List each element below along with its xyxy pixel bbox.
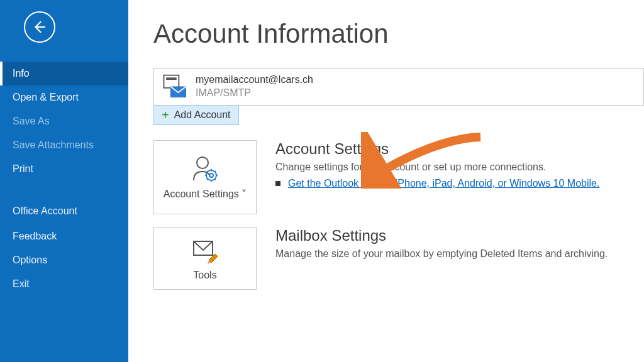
svg-rect-2	[166, 77, 177, 80]
add-account-label: Add Account	[174, 109, 231, 121]
account-settings-description: Change settings for this account or set …	[275, 162, 599, 173]
sidebar-item-save-as[interactable]: Save As	[0, 109, 128, 133]
get-outlook-app-link[interactable]: Get the Outlook app for iPhone, iPad, An…	[288, 178, 599, 189]
svg-line-12	[214, 178, 216, 180]
tools-button[interactable]: Tools	[153, 227, 257, 290]
sidebar-item-info[interactable]: Info	[0, 62, 128, 85]
sidebar-menu: Info Open & Export Save As Save Attachme…	[0, 62, 128, 296]
account-settings-section: Account Settings ˅ Account Settings Chan…	[153, 140, 644, 214]
person-gear-icon	[190, 154, 220, 184]
svg-point-4	[197, 157, 208, 168]
tools-button-label: Tools	[193, 269, 216, 282]
svg-line-11	[207, 171, 208, 172]
svg-line-14	[214, 171, 216, 172]
account-settings-heading: Account Settings	[275, 140, 599, 158]
svg-line-13	[207, 178, 208, 180]
sidebar-item-save-attachments[interactable]: Save Attachments	[0, 133, 128, 157]
bullet-icon	[275, 181, 280, 186]
account-dropdown[interactable]: myemailaccount@lcars.ch IMAP/SMTP	[153, 68, 644, 106]
sidebar-item-office-account[interactable]: Office Account	[0, 199, 128, 224]
page-title: Account Information	[153, 19, 644, 49]
back-button[interactable]	[24, 11, 55, 43]
arrow-left-icon	[31, 19, 48, 35]
account-email: myemailaccount@lcars.ch	[196, 74, 313, 87]
add-account-button[interactable]: + Add Account	[153, 105, 239, 125]
backstage-content: Account Information myemailaccount@lcars…	[128, 0, 644, 362]
mailbox-settings-section: Tools Mailbox Settings Manage the size o…	[153, 227, 644, 290]
mailbox-tools-icon	[190, 235, 220, 265]
plus-icon: +	[162, 109, 169, 121]
svg-rect-1	[164, 75, 179, 88]
mailbox-settings-heading: Mailbox Settings	[275, 227, 608, 244]
mailbox-settings-description: Manage the size of your mailbox by empty…	[275, 248, 608, 260]
svg-point-6	[209, 173, 213, 177]
sidebar-item-options[interactable]: Options	[0, 248, 128, 272]
backstage-sidebar: Info Open & Export Save As Save Attachme…	[0, 0, 128, 362]
account-protocol: IMAP/SMTP	[196, 87, 313, 100]
sidebar-item-open-export[interactable]: Open & Export	[0, 85, 128, 109]
sidebar-item-feedback[interactable]: Feedback	[0, 224, 128, 248]
sidebar-item-print[interactable]: Print	[0, 157, 128, 181]
account-settings-button[interactable]: Account Settings ˅	[153, 140, 257, 214]
sidebar-item-exit[interactable]: Exit	[0, 272, 128, 296]
account-settings-button-label: Account Settings ˅	[164, 188, 247, 201]
account-box-icon	[160, 73, 188, 101]
